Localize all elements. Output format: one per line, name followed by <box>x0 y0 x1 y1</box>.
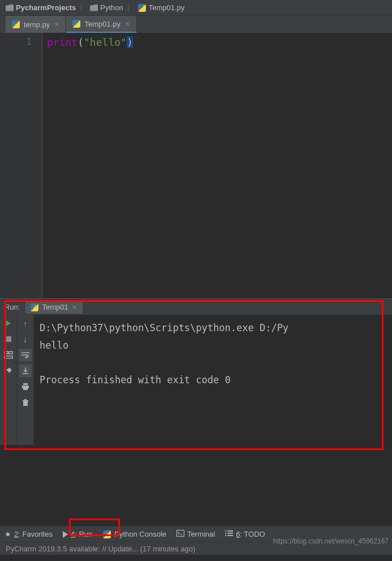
terminal-icon <box>176 530 184 538</box>
editor[interactable]: 1 print("hello") <box>0 33 392 299</box>
run-tab-label: Temp01 <box>42 303 68 311</box>
rerun-button[interactable] <box>2 317 15 329</box>
code-area[interactable]: print("hello") <box>42 33 392 298</box>
svg-rect-15 <box>227 535 233 536</box>
run-tool-window: Run: Temp01 × ↑ ↓ <box>0 299 392 445</box>
down-button[interactable]: ↓ <box>19 333 32 345</box>
breadcrumb-folder-label: Python <box>100 3 123 12</box>
svg-rect-10 <box>225 530 226 532</box>
python-file-icon <box>30 303 39 312</box>
tab-label: Temp01.py <box>84 20 120 28</box>
run-toolbar-right: ↑ ↓ <box>17 315 34 445</box>
todo-button[interactable]: 6: TODO <box>225 530 265 538</box>
folder-icon <box>6 5 14 11</box>
run-body: ↑ ↓ D:\Python37\python\Scripts\python.ex… <box>0 315 392 445</box>
trash-button[interactable] <box>19 396 32 409</box>
svg-rect-2 <box>5 356 12 358</box>
svg-rect-5 <box>23 388 28 390</box>
tab-label: temp.py <box>24 20 50 29</box>
tab-temp01-py[interactable]: Temp01.py × <box>66 16 137 33</box>
python-icon <box>102 530 111 539</box>
console-output[interactable]: D:\Python37\python\Scripts\python.exe D:… <box>34 315 392 445</box>
svg-rect-7 <box>23 401 28 406</box>
pin-button[interactable] <box>2 365 15 377</box>
up-button[interactable]: ↑ <box>19 317 32 329</box>
svg-rect-3 <box>23 383 28 385</box>
chevron-icon: 〉 <box>78 3 88 13</box>
list-icon <box>225 530 233 538</box>
stop-button[interactable] <box>2 333 15 345</box>
watermark: https://blog.csdn.net/weixin_45962167 <box>273 537 389 545</box>
breadcrumb-root[interactable]: PycharmProjects <box>3 3 78 12</box>
svg-rect-14 <box>225 535 226 536</box>
python-file-icon <box>137 3 147 12</box>
terminal-button[interactable]: Terminal <box>176 530 215 538</box>
python-file-icon <box>72 19 81 28</box>
svg-rect-0 <box>5 352 8 354</box>
scroll-to-end-button[interactable] <box>19 365 32 377</box>
editor-tabs: temp.py × Temp01.py × <box>0 16 392 33</box>
svg-rect-6 <box>23 400 28 401</box>
gutter: 1 <box>0 33 42 298</box>
close-icon[interactable]: × <box>124 19 131 28</box>
run-header: Run: Temp01 × <box>0 299 392 315</box>
run-button[interactable]: 4: Run <box>63 530 92 538</box>
breadcrumb-file[interactable]: Temp01.py <box>135 3 187 12</box>
breadcrumb: PycharmProjects 〉 Python 〉 Temp01.py <box>0 0 392 16</box>
breadcrumb-file-label: Temp01.py <box>149 3 185 12</box>
line-number: 1 <box>0 36 32 47</box>
favorites-button[interactable]: ★ 2: Favorites <box>5 530 53 538</box>
wrap-button[interactable] <box>19 349 32 361</box>
star-icon: ★ <box>5 530 11 538</box>
svg-rect-9 <box>177 530 184 537</box>
python-console-button[interactable]: Python Console <box>102 530 166 539</box>
python-file-icon <box>11 20 20 29</box>
status-text[interactable]: PyCharm 2019.3.5 available: // Update...… <box>6 545 195 553</box>
run-toolbar-left <box>0 315 17 445</box>
svg-rect-12 <box>225 533 226 534</box>
svg-rect-11 <box>227 530 233 532</box>
close-icon[interactable]: × <box>53 20 60 29</box>
run-tab[interactable]: Temp01 × <box>25 301 82 314</box>
tab-temp-py[interactable]: temp.py × <box>6 16 66 33</box>
breadcrumb-root-label: PycharmProjects <box>16 3 76 12</box>
run-header-label: Run: <box>5 303 20 311</box>
close-icon[interactable]: × <box>71 303 78 312</box>
chevron-icon: 〉 <box>126 3 135 13</box>
breadcrumb-folder[interactable]: Python <box>88 3 125 12</box>
print-button[interactable] <box>19 380 32 393</box>
svg-rect-13 <box>227 533 233 534</box>
layout-button[interactable] <box>2 349 15 361</box>
play-icon <box>63 531 68 538</box>
folder-icon <box>90 5 98 11</box>
svg-rect-1 <box>9 352 12 354</box>
svg-rect-8 <box>24 399 27 400</box>
